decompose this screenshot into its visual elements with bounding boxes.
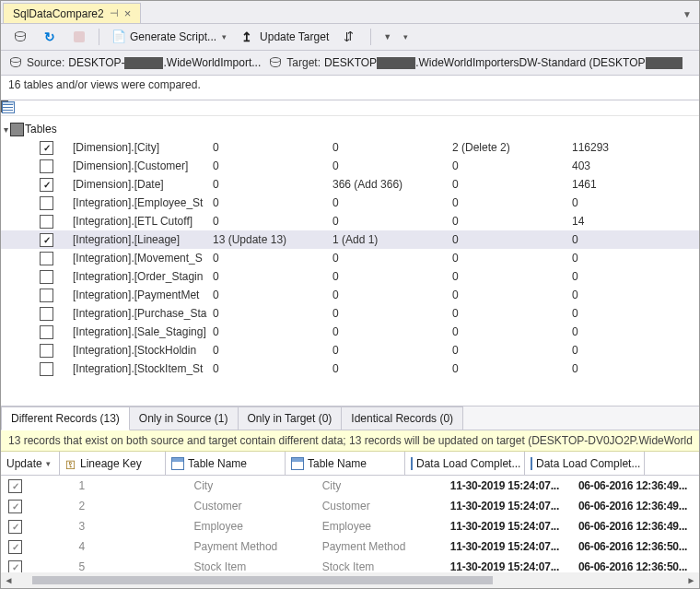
row-checkbox[interactable] xyxy=(40,344,53,358)
row-checkbox[interactable] xyxy=(40,196,53,210)
different-count: 0 xyxy=(213,196,332,209)
record-row[interactable]: 4Payment MethodPayment Method11-30-2019 … xyxy=(1,536,699,557)
update-checkbox[interactable] xyxy=(8,520,22,534)
row-checkbox[interactable] xyxy=(40,252,53,265)
col-table-name-tgt[interactable]: Table Name xyxy=(286,452,405,475)
update-target-button[interactable]: Update Target xyxy=(237,27,333,47)
update-checkbox[interactable] xyxy=(8,479,22,493)
row-checkbox[interactable] xyxy=(40,270,53,284)
table-row[interactable]: [Integration].[PaymentMet0000 xyxy=(1,286,699,304)
table-name-tgt: Customer xyxy=(315,500,443,512)
object-name: [Integration].[StockHoldin xyxy=(73,344,213,357)
record-row[interactable]: 1CityCity11-30-2019 15:24:07...06-06-201… xyxy=(1,476,699,496)
row-checkbox[interactable] xyxy=(40,325,53,339)
row-checkbox[interactable] xyxy=(40,159,53,173)
tab-only-in-source[interactable]: Only in Source (1) xyxy=(129,406,239,430)
scroll-right-icon[interactable]: ► xyxy=(683,575,699,585)
table-row[interactable]: [Integration].[Movement_S0000 xyxy=(1,249,699,267)
data-load-src: 11-30-2019 15:24:07... xyxy=(443,520,571,533)
target-only-count: 0 xyxy=(452,325,572,338)
col-data-load-src[interactable]: Data Load Complet... xyxy=(405,452,525,475)
row-checkbox[interactable] xyxy=(40,178,53,192)
tab-different-records[interactable]: Different Records (13) xyxy=(1,406,130,430)
generate-script-button[interactable]: Generate Script... xyxy=(107,27,231,47)
pin-icon[interactable]: ⊣ xyxy=(110,7,119,19)
object-name: [Dimension].[Customer] xyxy=(73,159,213,172)
object-name: [Dimension].[Date] xyxy=(73,178,213,191)
generate-script-label: Generate Script... xyxy=(130,30,216,43)
script-icon xyxy=(111,29,126,44)
table-row[interactable]: [Integration].[StockHoldin0000 xyxy=(1,341,699,359)
expand-icon[interactable]: ▾ xyxy=(1,124,10,135)
records-grid-body[interactable]: 1CityCity11-30-2019 15:24:07...06-06-201… xyxy=(1,476,699,572)
horizontal-scrollbar[interactable]: ◄ ► xyxy=(1,572,699,588)
scroll-thumb[interactable] xyxy=(32,576,493,584)
col-data-load-tgt[interactable]: Data Load Complet... xyxy=(525,452,645,475)
new-comparison-button[interactable] xyxy=(8,27,32,47)
table-row[interactable]: [Dimension].[Customer]000403 xyxy=(1,157,699,175)
data-load-tgt: 06-06-2016 12:36:50... xyxy=(571,560,699,572)
col-table-name-src[interactable]: Table Name xyxy=(166,452,286,475)
col-lineage-key[interactable]: Lineage Key xyxy=(60,452,166,475)
stop-icon xyxy=(74,31,85,42)
column-icon xyxy=(531,457,532,470)
scroll-left-icon[interactable]: ◄ xyxy=(1,575,17,585)
update-checkbox[interactable] xyxy=(8,540,22,554)
row-checkbox[interactable] xyxy=(40,307,53,321)
row-checkbox[interactable] xyxy=(40,362,53,376)
col-update[interactable]: Update xyxy=(1,452,60,475)
different-count: 0 xyxy=(213,178,332,191)
table-name-src: Stock Item xyxy=(187,560,315,572)
lineage-key: 4 xyxy=(72,540,187,553)
table-row[interactable]: [Integration].[Sale_Staging]0000 xyxy=(1,323,699,341)
document-tab[interactable]: SqlDataCompare2 ⊣ × xyxy=(3,3,141,23)
close-icon[interactable]: × xyxy=(124,6,132,20)
records-notice: 13 records that exist on both source and… xyxy=(1,430,699,452)
identical-count: 116293 xyxy=(572,141,692,154)
table-row[interactable]: [Integration].[Order_Stagin0000 xyxy=(1,267,699,286)
target-only-count: 0 xyxy=(452,289,572,301)
update-checkbox[interactable] xyxy=(8,500,22,513)
table-name-src: City xyxy=(187,479,315,492)
target-db-icon xyxy=(268,55,283,70)
update-checkbox[interactable] xyxy=(8,560,22,573)
key-icon xyxy=(65,458,76,469)
source-only-count: 0 xyxy=(332,344,452,357)
filter-icon xyxy=(383,29,398,44)
identical-count: 0 xyxy=(572,289,692,301)
row-checkbox[interactable] xyxy=(40,289,53,302)
target-only-count: 0 xyxy=(452,362,572,375)
table-row[interactable]: [Integration].[ETL Cutoff]00014 xyxy=(1,212,699,230)
record-row[interactable]: 3EmployeeEmployee11-30-2019 15:24:07...0… xyxy=(1,516,699,536)
sync-direction-button[interactable] xyxy=(339,27,363,47)
tab-only-in-target[interactable]: Only in Target (0) xyxy=(238,406,343,430)
source-only-count: 1 (Add 1) xyxy=(332,233,452,246)
record-row[interactable]: 5Stock ItemStock Item11-30-2019 15:24:07… xyxy=(1,557,699,572)
table-row[interactable]: [Integration].[Lineage]13 (Update 13)1 (… xyxy=(1,230,699,249)
row-checkbox[interactable] xyxy=(40,233,53,247)
target-only-count: 0 xyxy=(452,344,572,357)
separator xyxy=(99,29,99,45)
filter-button[interactable] xyxy=(379,27,413,47)
table-row[interactable]: [Integration].[Purchase_Sta0000 xyxy=(1,304,699,323)
table-row[interactable]: [Integration].[StockItem_St0000 xyxy=(1,359,699,378)
identical-count: 0 xyxy=(572,325,692,338)
tab-overflow-icon[interactable]: ▼ xyxy=(675,6,699,23)
group-checkbox[interactable] xyxy=(10,123,24,136)
update-target-label: Update Target xyxy=(260,30,329,43)
tab-identical-records[interactable]: Identical Records (0) xyxy=(341,406,463,430)
source-only-count: 0 xyxy=(332,196,452,209)
group-row-tables[interactable]: ▾ Tables xyxy=(1,120,699,138)
sync-icon xyxy=(344,29,358,44)
table-row[interactable]: [Dimension].[City]002 (Delete 2)116293 xyxy=(1,138,699,157)
table-row[interactable]: [Integration].[Employee_St0000 xyxy=(1,194,699,212)
row-checkbox[interactable] xyxy=(40,215,53,229)
table-row[interactable]: [Dimension].[Date]0366 (Add 366)01461 xyxy=(1,175,699,194)
identical-count: 1461 xyxy=(572,178,692,191)
source-only-count: 0 xyxy=(332,325,452,338)
record-row[interactable]: 2CustomerCustomer11-30-2019 15:24:07...0… xyxy=(1,496,699,516)
row-checkbox[interactable] xyxy=(40,141,53,155)
data-load-tgt: 06-06-2016 12:36:49... xyxy=(571,479,699,492)
refresh-button[interactable] xyxy=(38,27,62,47)
objects-grid-body[interactable]: ▾ Tables [Dimension].[City]002 (Delete 2… xyxy=(1,116,699,406)
